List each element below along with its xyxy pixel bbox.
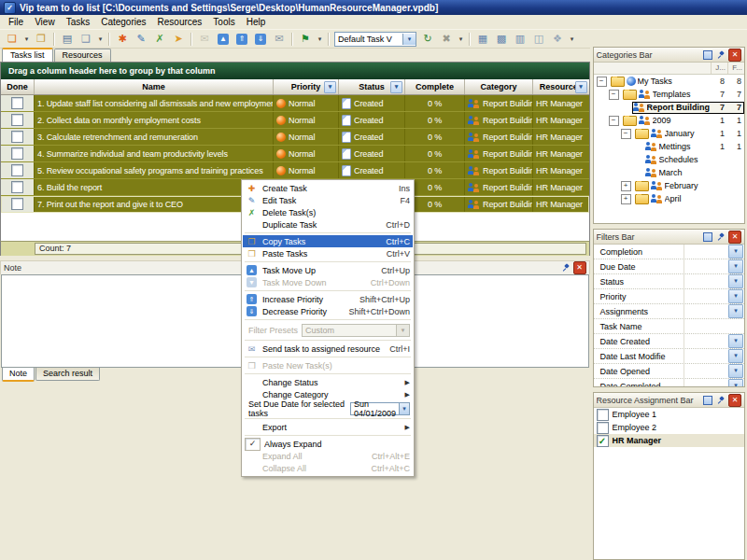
- combo-dropdown-icon[interactable]: ▾: [402, 34, 416, 45]
- column-header-status[interactable]: Status▾: [339, 79, 405, 94]
- clear-filter-button[interactable]: ✖: [437, 30, 456, 48]
- create-task-button[interactable]: ✱: [113, 30, 132, 48]
- menu-item-decrease-priority[interactable]: ⇓Decrease PriorityShift+Ctrl+Down: [243, 305, 413, 317]
- filter-row-completion[interactable]: Completion▾: [594, 245, 745, 259]
- resource-pin-button[interactable]: [715, 395, 726, 406]
- edit-task-button[interactable]: ✎: [132, 30, 150, 48]
- filter-dropdown-icon[interactable]: ▾: [728, 349, 743, 363]
- task-row[interactable]: 2. Collect data on monthly employment co…: [1, 112, 589, 129]
- column-header-resources[interactable]: Resources▾: [533, 79, 589, 94]
- category-node-2009[interactable]: −200911: [594, 114, 745, 127]
- column-header-priority[interactable]: Priority▾: [274, 79, 339, 94]
- print-options-dropdown[interactable]: ▾: [95, 30, 106, 48]
- menu-file[interactable]: File: [3, 16, 29, 28]
- categories-bar-header[interactable]: Categories Bar ✕: [594, 48, 745, 63]
- category-node-templates[interactable]: −Templates77: [594, 88, 745, 101]
- categories-dock-button[interactable]: [702, 49, 713, 61]
- tree-expander-icon[interactable]: −: [609, 116, 619, 126]
- column-header-done[interactable]: Done: [1, 79, 35, 94]
- category-node-my-tasks[interactable]: −My Tasks88: [594, 75, 745, 88]
- filter-dropdown-icon[interactable]: ▾: [728, 364, 743, 378]
- filter-dropdown-icon[interactable]: ▾: [728, 259, 743, 273]
- filter-dropdown-icon[interactable]: ▾: [728, 245, 743, 259]
- filter-row-date-last-modifie[interactable]: Date Last Modifie▾: [594, 349, 745, 364]
- filter-dropdown-icon[interactable]: ▾: [390, 81, 402, 93]
- filter-dropdown-icon[interactable]: ▾: [728, 379, 743, 386]
- menu-item-duplicate-task[interactable]: Duplicate TaskCtrl+D: [243, 218, 413, 231]
- note-pin-button[interactable]: [560, 262, 571, 273]
- filter-dropdown-icon[interactable]: ▾: [728, 304, 743, 318]
- filter-row-status[interactable]: Status▾: [594, 274, 745, 289]
- resource-bar-header[interactable]: Resource Assignment Bar ✕: [594, 393, 745, 408]
- refresh-view-button[interactable]: ↻: [418, 30, 437, 48]
- new-list-button[interactable]: ❏: [3, 30, 21, 48]
- tree-expander-icon[interactable]: −: [609, 90, 619, 100]
- categories-pin-button[interactable]: [715, 49, 726, 61]
- filter-dropdown-icon[interactable]: ▾: [728, 334, 743, 348]
- resource-row-employee-2[interactable]: Employee 2: [594, 421, 745, 434]
- open-list-button[interactable]: ❐: [32, 30, 50, 48]
- export-button[interactable]: ❖: [548, 30, 567, 48]
- menu-item-delete-task-s[interactable]: ✗Delete Task(s): [243, 206, 413, 218]
- done-checkbox[interactable]: [11, 97, 23, 109]
- category-node-february[interactable]: +February: [594, 179, 745, 192]
- category-node-report-building[interactable]: Report Building77: [594, 101, 745, 114]
- tab-resources[interactable]: Resources: [54, 49, 111, 62]
- filter-dropdown-icon[interactable]: ▾: [324, 81, 336, 93]
- increase-priority-button[interactable]: ⇑: [233, 30, 251, 48]
- menu-item-create-task[interactable]: ✚Create TaskIns: [243, 182, 413, 194]
- filter-row-assignments[interactable]: Assignments▾: [594, 304, 745, 319]
- new-list-dropdown[interactable]: ▾: [21, 30, 32, 48]
- filter-dropdown-icon[interactable]: ▾: [728, 289, 743, 303]
- category-node-march[interactable]: March: [594, 166, 745, 179]
- menu-categories[interactable]: Categories: [95, 16, 151, 28]
- category-node-january[interactable]: −January11: [594, 127, 745, 140]
- task-row[interactable]: 5. Review occupational safety programs a…: [1, 162, 589, 179]
- resource-dock-button[interactable]: [702, 395, 713, 406]
- filter-flag-dropdown[interactable]: ▾: [315, 30, 325, 48]
- group-by-hint[interactable]: Drag a column header here to group by th…: [1, 63, 589, 79]
- set-due-date-combo-value[interactable]: Sun 04/01/2009▾: [350, 402, 410, 415]
- filter-presets-combo-value[interactable]: Custom▾: [302, 324, 410, 337]
- toggle-resource-bar-button[interactable]: ▥: [511, 30, 529, 48]
- done-checkbox[interactable]: [11, 198, 23, 210]
- view-options-dropdown[interactable]: ▾: [456, 30, 466, 48]
- resource-row-hr-manager[interactable]: ✓HR Manager: [594, 434, 745, 447]
- task-row[interactable]: 4. Summarize individual and team product…: [1, 146, 589, 162]
- categories-close-button[interactable]: ✕: [728, 49, 741, 62]
- resource-close-button[interactable]: ✕: [728, 394, 741, 407]
- menu-item-export[interactable]: Export▶: [243, 421, 413, 433]
- filters-pin-button[interactable]: [715, 231, 726, 243]
- menu-tools[interactable]: Tools: [207, 16, 240, 28]
- task-view-combo[interactable]: Default Task V▾: [334, 32, 416, 47]
- menu-item-paste-tasks[interactable]: ❒Paste TasksCtrl+V: [243, 247, 413, 259]
- filters-bar-header[interactable]: Filters Bar ✕: [594, 230, 745, 245]
- column-header-name[interactable]: Name: [35, 79, 274, 94]
- decrease-priority-button[interactable]: ⇓: [251, 30, 270, 48]
- bottom-tab-search-result[interactable]: Search result: [35, 368, 100, 381]
- menu-help[interactable]: Help: [241, 16, 272, 28]
- combo-dropdown-icon[interactable]: ▾: [396, 325, 409, 336]
- menu-item-edit-task[interactable]: ✎Edit TaskF4: [243, 194, 413, 206]
- menu-item-task-move-up[interactable]: ▲Task Move UpCtrl+Up: [243, 264, 413, 276]
- menu-item-paste-new-task-s[interactable]: ❒Paste New Task(s): [243, 359, 413, 371]
- toggle-filters-bar-button[interactable]: ▩: [492, 30, 511, 48]
- category-node-schedules[interactable]: Schedules: [594, 153, 745, 166]
- delete-task-button[interactable]: ✗: [150, 30, 169, 48]
- menu-item-increase-priority[interactable]: ⇑Increase PriorityShift+Ctrl+Up: [243, 293, 413, 305]
- column-header-category[interactable]: Category: [465, 79, 533, 94]
- resource-checkbox[interactable]: ✓: [597, 435, 609, 447]
- filters-close-button[interactable]: ✕: [728, 231, 741, 244]
- resource-checkbox[interactable]: [597, 422, 609, 434]
- toggle-categories-bar-button[interactable]: ▦: [473, 30, 492, 48]
- set-due-date-combo[interactable]: Set Due Date for selected tasksSun 04/01…: [243, 400, 413, 416]
- tree-expander-icon[interactable]: −: [621, 129, 631, 139]
- done-checkbox[interactable]: [11, 114, 23, 126]
- filter-row-date-opened[interactable]: Date Opened▾: [594, 364, 745, 379]
- menu-item-change-status[interactable]: Change Status▶: [243, 376, 413, 388]
- menu-item-send-task-to-assigned-resource[interactable]: ✉Send task to assigned resourceCtrl+I: [243, 343, 413, 355]
- mail-button[interactable]: ✉: [195, 30, 214, 48]
- done-checkbox[interactable]: [11, 147, 23, 160]
- category-node-april[interactable]: +April: [594, 192, 745, 205]
- category-node-mettings[interactable]: Mettings11: [594, 140, 745, 153]
